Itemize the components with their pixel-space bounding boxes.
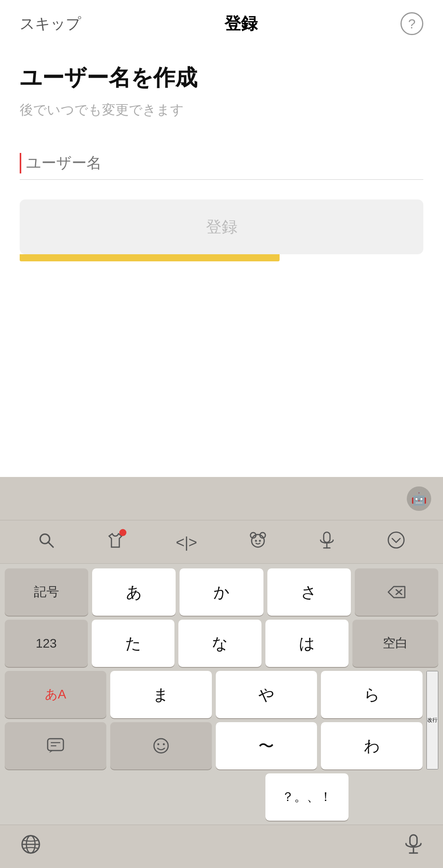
key-sa[interactable]: さ <box>267 568 351 616</box>
key-punct[interactable]: ？。、！ <box>265 773 348 821</box>
keyboard-toolbar: 🤖 <box>0 477 443 520</box>
ime-bear-icon[interactable] <box>248 531 267 553</box>
key-row-2-left: 123 た な は <box>5 620 348 667</box>
keys-section: 記号 あ か さ 123 た な は 空白 <box>0 564 443 821</box>
ime-collapse-icon[interactable] <box>387 531 406 553</box>
key-123[interactable]: 123 <box>5 620 88 667</box>
main-content: ユーザー名を作成 後でいつでも変更できます 登録 <box>0 39 443 277</box>
svg-point-5 <box>255 540 257 542</box>
key-ha[interactable]: は <box>265 620 348 667</box>
ime-row: <|> <box>0 520 443 564</box>
key-wa[interactable]: わ <box>321 722 423 769</box>
svg-rect-22 <box>410 835 417 846</box>
register-button-wrapper: 登録 <box>20 199 423 261</box>
svg-rect-13 <box>48 739 63 751</box>
keyboard-robot-icon[interactable]: 🤖 <box>407 486 431 511</box>
key-row-2-wrapper: 123 た な は 空白 <box>5 620 438 667</box>
key-row-3-wrapper: あA ま や ら <box>5 671 438 769</box>
svg-point-17 <box>157 743 159 745</box>
ime-code-icon[interactable]: <|> <box>176 533 197 551</box>
keyboard-globe-icon[interactable] <box>20 833 42 860</box>
text-cursor <box>20 153 21 173</box>
header: スキップ 登録 ? <box>0 0 443 39</box>
username-input[interactable] <box>20 147 423 180</box>
key-a[interactable]: あ <box>92 568 176 616</box>
key-aa[interactable]: あA <box>5 671 106 718</box>
ime-search-icon[interactable] <box>37 531 55 553</box>
key-row-3: あA ま や ら <box>5 671 423 718</box>
key-row-3-4-left: あA ま や ら <box>5 671 423 769</box>
key-ra[interactable]: ら <box>321 671 423 718</box>
page-heading: ユーザー名を作成 <box>20 63 423 93</box>
key-backspace[interactable] <box>355 568 438 616</box>
help-button[interactable]: ? <box>400 12 423 35</box>
page-subheading: 後でいつでも変更できます <box>20 101 423 119</box>
svg-line-1 <box>48 542 53 547</box>
keyboard-area: 🤖 <|> <box>0 477 443 868</box>
username-input-wrapper <box>20 147 423 180</box>
page-title: 登録 <box>224 13 258 35</box>
key-ya[interactable]: や <box>216 671 317 718</box>
keyboard-bottom <box>0 825 443 868</box>
svg-point-10 <box>388 532 404 548</box>
key-row-punct: ？。、！ <box>5 773 438 821</box>
ime-clothing-icon[interactable] <box>106 531 125 553</box>
svg-point-16 <box>154 739 168 753</box>
svg-rect-7 <box>324 532 330 542</box>
key-emoji[interactable] <box>110 722 212 769</box>
key-space[interactable]: 空白 <box>352 620 438 667</box>
ime-mic-icon[interactable] <box>318 531 335 553</box>
key-na[interactable]: な <box>178 620 261 667</box>
key-chat[interactable] <box>5 722 106 769</box>
svg-point-18 <box>163 743 165 745</box>
svg-point-6 <box>259 540 261 542</box>
question-icon: ? <box>408 16 416 32</box>
keyboard-mic-icon[interactable] <box>404 833 423 860</box>
key-ta[interactable]: た <box>92 620 175 667</box>
key-ma[interactable]: ま <box>110 671 212 718</box>
key-row-1: 記号 あ か さ <box>5 568 438 616</box>
key-return[interactable]: 改行 <box>426 671 438 769</box>
key-row-4: 〜 わ <box>5 722 423 769</box>
key-ka[interactable]: か <box>180 568 263 616</box>
svg-point-2 <box>252 535 264 547</box>
key-kigou[interactable]: 記号 <box>5 568 88 616</box>
register-button[interactable]: 登録 <box>20 199 423 254</box>
key-wave[interactable]: 〜 <box>216 722 317 769</box>
skip-button[interactable]: スキップ <box>20 14 81 34</box>
accent-bar <box>20 254 280 261</box>
